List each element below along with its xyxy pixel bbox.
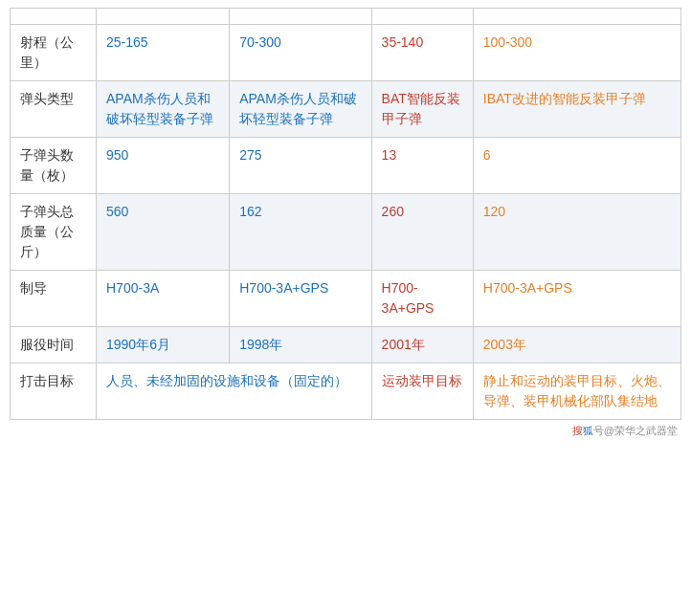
table-row: 打击目标人员、未经加固的设施和设备（固定的）运动装甲目标静止和运动的装甲目标、火… xyxy=(11,363,681,420)
cell-value: 260 xyxy=(371,194,473,271)
row-label: 制导 xyxy=(11,271,97,327)
cell-value: 2003年 xyxy=(473,327,680,363)
table-row: 弹头类型APAM杀伤人员和破坏轻型装备子弹APAM杀伤人员和破坏轻型装备子弹BA… xyxy=(11,81,681,138)
cell-value: 100-300 xyxy=(473,25,680,81)
table-row: 服役时间1990年6月1998年2001年2003年 xyxy=(11,327,681,363)
row-label: 子弹头总质量（公斤） xyxy=(11,194,97,271)
cell-value: BAT智能反装甲子弹 xyxy=(371,81,473,138)
table-row: 制导H700-3AH700-3A+GPSH700-3A+GPSH700-3A+G… xyxy=(11,271,681,327)
cell-value: H700-3A+GPS xyxy=(230,271,371,327)
header-block-iia xyxy=(473,9,680,25)
watermark: 搜狐号@荣华之武器堂 xyxy=(10,420,681,438)
header-block-ia xyxy=(230,9,371,25)
header-block-ii xyxy=(371,9,473,25)
cell-value: 560 xyxy=(97,194,230,271)
cell-value: 950 xyxy=(97,138,230,194)
cell-value: 275 xyxy=(230,138,371,194)
row-label: 子弹头数量（枚） xyxy=(11,138,97,194)
header-label xyxy=(11,9,97,25)
cell-value: 运动装甲目标 xyxy=(371,363,473,420)
cell-value: 6 xyxy=(473,138,680,194)
row-label: 射程（公里） xyxy=(11,25,97,81)
cell-value: 1998年 xyxy=(230,327,371,363)
cell-value: H700-3A+GPS xyxy=(473,271,680,327)
table-row: 子弹头数量（枚）950275136 xyxy=(11,138,681,194)
row-label: 服役时间 xyxy=(11,327,97,363)
table-container: 射程（公里）25-16570-30035-140100-300弹头类型APAM杀… xyxy=(0,0,691,467)
row-label: 打击目标 xyxy=(11,363,97,420)
cell-value: 25-165 xyxy=(97,25,230,81)
cell-value: H700-3A xyxy=(97,271,230,327)
cell-value: APAM杀伤人员和破坏轻型装备子弹 xyxy=(97,81,230,138)
comparison-table: 射程（公里）25-16570-30035-140100-300弹头类型APAM杀… xyxy=(10,8,681,420)
cell-value: 2001年 xyxy=(371,327,473,363)
cell-value: 70-300 xyxy=(230,25,371,81)
row-label: 弹头类型 xyxy=(11,81,97,138)
header-block-i xyxy=(97,9,230,25)
table-row: 射程（公里）25-16570-30035-140100-300 xyxy=(11,25,681,81)
cell-value: 人员、未经加固的设施和设备（固定的） xyxy=(97,363,372,420)
cell-value: 35-140 xyxy=(371,25,473,81)
cell-value: 1990年6月 xyxy=(97,327,230,363)
cell-value: H700-3A+GPS xyxy=(371,271,473,327)
cell-value: 静止和运动的装甲目标、火炮、导弹、装甲机械化部队集结地 xyxy=(473,363,680,420)
cell-value: APAM杀伤人员和破坏轻型装备子弹 xyxy=(230,81,371,138)
cell-value: 13 xyxy=(371,138,473,194)
cell-value: 162 xyxy=(230,194,371,271)
cell-value: IBAT改进的智能反装甲子弹 xyxy=(473,81,680,138)
table-row: 子弹头总质量（公斤）560162260120 xyxy=(11,194,681,271)
cell-value: 120 xyxy=(473,194,680,271)
